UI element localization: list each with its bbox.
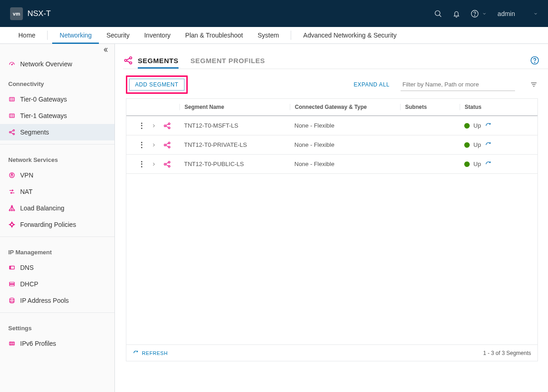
add-segment-highlight: ADD SEGMENT [126,75,188,94]
svg-point-3 [474,15,475,16]
expand-row-icon[interactable] [151,142,157,148]
sidebar-item-segments[interactable]: Segments [0,124,114,140]
svg-line-46 [127,58,130,60]
sidebar-item-overview[interactable]: Network Overview [0,56,114,72]
sidebar-item-tier1[interactable]: Tier-1 Gateways [0,107,114,124]
sidebar-item-vpn[interactable]: VPN [0,167,114,183]
nav-plan-troubleshoot[interactable]: Plan & Troubleshoot [178,27,250,44]
svg-point-35 [10,268,11,268]
svg-point-53 [164,125,166,127]
help-icon[interactable] [530,55,540,65]
filter-input[interactable] [401,78,515,91]
row-menu-icon[interactable] [138,161,145,167]
svg-line-27 [12,207,14,210]
row-menu-icon[interactable] [138,123,145,129]
dashboard-icon [8,60,16,68]
sidebar-item-label: Segments [20,129,49,136]
sidebar-collapse[interactable] [0,44,114,56]
column-gateway[interactable]: Connected Gateway & Type [290,104,400,110]
cell-gateway: None - Flexible [290,161,400,167]
tab-segments[interactable]: SEGMENTS [138,52,179,69]
column-subnets[interactable]: Subnets [400,104,460,110]
svg-point-65 [168,165,170,167]
gateway-icon [8,112,16,119]
svg-point-45 [130,62,132,64]
chevron-down-icon [533,11,538,16]
svg-point-21 [11,205,13,207]
column-segment-name[interactable]: Segment Name [179,104,290,110]
sidebar-item-label: Forwarding Policies [20,221,76,228]
svg-line-66 [166,162,168,164]
nav-system[interactable]: System [250,27,287,44]
add-segment-button[interactable]: ADD SEGMENT [129,79,184,91]
sidebar-item-label: Tier-1 Gateways [20,112,67,119]
svg-point-59 [168,142,170,144]
tab-segment-profiles[interactable]: SEGMENT PROFILES [190,52,265,69]
segments-icon [8,129,16,136]
svg-line-26 [10,207,11,210]
nav-security[interactable]: Security [99,27,137,44]
svg-marker-31 [13,224,15,226]
row-menu-icon[interactable] [138,142,145,148]
expand-row-icon[interactable] [151,161,157,167]
nav-inventory[interactable]: Inventory [137,27,178,44]
app-header: vm NSX-T admin [0,0,548,27]
svg-line-62 [166,145,168,146]
refresh-status-icon[interactable] [485,122,492,129]
sidebar-item-label: Network Overview [20,60,72,68]
notifications-icon[interactable] [447,5,466,23]
refresh-status-icon[interactable] [485,141,492,149]
svg-point-34 [10,267,11,267]
user-menu[interactable]: admin [498,10,538,17]
nav-networking[interactable]: Networking [52,27,99,44]
status-dot-icon [464,142,470,148]
vmware-logo: vm [10,7,23,20]
svg-point-14 [13,133,14,134]
table-row[interactable]: TNT12-T0-MSFT-LS None - Flexible Up [126,116,537,135]
refresh-status-icon[interactable] [485,161,492,168]
sidebar-item-nat[interactable]: NAT [0,183,114,200]
refresh-button[interactable]: REFRESH [133,350,168,356]
svg-rect-36 [10,282,15,284]
status-dot-icon [464,123,470,129]
svg-line-56 [166,124,168,125]
table-row[interactable]: TNT12-T0-PUBLIC-LS None - Flexible Up [126,155,537,174]
sidebar-item-dns[interactable]: DNS [0,259,114,276]
help-icon[interactable] [466,5,484,23]
sidebar-heading-services: Network Services [0,148,114,167]
svg-marker-30 [9,224,11,226]
svg-point-5 [11,64,12,65]
sidebar-item-dhcp[interactable]: DHCP [0,276,114,292]
gateway-icon [8,96,16,103]
svg-point-23 [11,209,13,211]
column-status[interactable]: Status [460,104,537,110]
sidebar-item-tier0[interactable]: Tier-0 Gateways [0,91,114,107]
filter-icon[interactable] [530,81,538,89]
nav-advanced[interactable]: Advanced Networking & Security [296,27,404,44]
svg-point-49 [534,62,535,63]
sidebar-heading-connectivity: Connectivity [0,72,114,91]
sidebar-item-label: IP Address Pools [20,297,69,304]
svg-line-16 [11,133,13,134]
sidebar-item-forwarding[interactable]: Forwarding Policies [0,216,114,233]
sidebar-item-label: VPN [20,172,33,179]
table-row[interactable]: TNT12-T0-PRIVATE-LS None - Flexible Up [126,135,537,155]
load-balancing-icon [8,204,16,212]
search-icon[interactable] [429,5,447,23]
sidebar-item-ipv6[interactable]: IPv6 Profiles [0,335,114,352]
ip-pools-icon [8,297,16,304]
sidebar-item-ip-pools[interactable]: IP Address Pools [0,292,114,309]
toolbar: ADD SEGMENT EXPAND ALL [123,69,548,98]
nav-home[interactable]: Home [11,27,43,44]
profiles-icon [8,340,16,347]
sidebar-item-lb[interactable]: Load Balancing [0,200,114,216]
expand-row-icon[interactable] [151,123,157,129]
vpn-icon [8,172,16,179]
svg-point-60 [168,146,170,148]
sidebar-item-label: Load Balancing [20,204,65,212]
status-text: Up [473,161,481,167]
svg-line-15 [11,131,13,132]
cell-gateway: None - Flexible [290,122,400,129]
svg-point-43 [125,59,127,62]
expand-all-button[interactable]: EXPAND ALL [354,81,390,88]
